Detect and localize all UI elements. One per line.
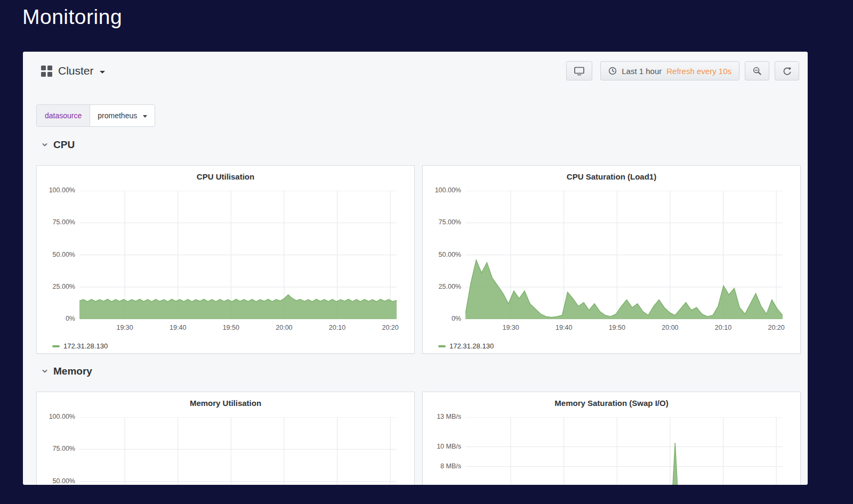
section-title: Memory [53, 365, 92, 377]
chart-legend: 172.31.28.130 [438, 342, 494, 350]
x-axis-tick-label: 20:20 [377, 324, 404, 331]
x-axis-tick-label: 20:20 [763, 324, 790, 331]
time-range-button[interactable]: Last 1 hour Refresh every 10s [600, 61, 739, 80]
y-axis-tick-label: 50.00% [427, 251, 461, 258]
dashboard-grid-icon [41, 66, 52, 77]
x-axis-tick-label: 20:00 [657, 324, 683, 331]
zoom-out-icon [753, 67, 761, 75]
panel-title[interactable]: CPU Saturation (Load1) [423, 172, 800, 181]
chart-legend: 172.31.28.130 [52, 342, 108, 350]
chart-plot-area[interactable] [79, 191, 397, 319]
dashboard-toolbar: Cluster Last 1 hour Refresh every [23, 61, 808, 80]
x-axis-tick-label: 19:50 [603, 324, 630, 331]
y-axis-tick-label: 75.00% [41, 218, 75, 226]
x-axis-tick-label: 20:10 [324, 324, 350, 331]
dashboard-title: Cluster [58, 64, 94, 77]
chevron-down-icon [41, 141, 49, 149]
y-axis-tick-label: 13 MB/s [427, 413, 461, 420]
y-axis-tick-label: 50.00% [41, 477, 75, 485]
area-chart [79, 417, 397, 485]
area-chart [465, 417, 783, 485]
y-axis-tick-label: 100.00% [41, 186, 75, 194]
y-axis-tick-label: 25.00% [41, 283, 75, 290]
panel-title[interactable]: CPU Utilisation [37, 172, 414, 181]
series-name: 172.31.28.130 [63, 342, 108, 350]
time-range-label: Last 1 hour [622, 67, 662, 76]
section-row-memory[interactable]: Memory [41, 365, 92, 377]
chevron-down-icon [41, 368, 49, 375]
y-axis-tick-label: 100.00% [41, 413, 75, 420]
legend-item[interactable]: 172.31.28.130 [52, 342, 108, 350]
chevron-down-icon [143, 115, 147, 118]
y-axis-tick-label: 100.00% [427, 186, 461, 194]
refresh-interval-label: Refresh every 10s [666, 67, 731, 76]
area-chart [79, 191, 397, 319]
toolbar-actions: Last 1 hour Refresh every 10s [566, 61, 799, 80]
panel-memory-utilisation: Memory Utilisation 100.00%75.00%50.00% [36, 392, 415, 485]
monitor-icon [574, 67, 584, 76]
page-title: Monitoring [22, 5, 122, 29]
section-row-cpu[interactable]: CPU [41, 139, 75, 151]
x-axis-tick-label: 19:50 [218, 324, 244, 331]
template-variables: datasource prometheus [36, 104, 155, 127]
zoom-out-button[interactable] [745, 61, 769, 80]
y-axis-tick-label: 8 MB/s [427, 462, 461, 470]
x-axis-tick-label: 19:30 [497, 324, 524, 331]
section-title: CPU [53, 139, 75, 151]
series-color-dash-icon [52, 345, 60, 347]
dashboard-card: Cluster Last 1 hour Refresh every [23, 52, 808, 485]
refresh-dashboard-button[interactable] [775, 61, 799, 80]
y-axis-tick-label: 10 MB/s [427, 443, 461, 450]
x-axis-tick-label: 19:40 [165, 324, 191, 331]
panel-title[interactable]: Memory Utilisation [37, 399, 414, 408]
series-color-dash-icon [438, 345, 446, 347]
x-axis-tick-label: 19:30 [111, 324, 138, 331]
series-name: 172.31.28.130 [449, 342, 494, 350]
chart-plot-area[interactable] [79, 417, 397, 485]
tv-mode-button[interactable] [566, 61, 592, 80]
x-axis-tick-label: 20:10 [710, 324, 736, 331]
y-axis-tick-label: 0% [41, 315, 75, 322]
chart-plot-area[interactable] [465, 417, 783, 485]
y-axis-tick-label: 50.00% [41, 251, 75, 258]
y-axis-tick-label: 75.00% [41, 445, 75, 452]
y-axis-tick-label: 75.00% [427, 218, 461, 226]
datasource-value: prometheus [98, 111, 137, 120]
x-axis-tick-label: 19:40 [551, 324, 577, 331]
panel-cpu-saturation: CPU Saturation (Load1) 100.00%75.00%50.0… [422, 165, 801, 354]
datasource-dropdown[interactable]: prometheus [90, 105, 155, 126]
y-axis-tick-label: 0% [427, 315, 461, 322]
panel-cpu-utilisation: CPU Utilisation 100.00%75.00%50.00%25.00… [36, 165, 415, 354]
chevron-down-icon [100, 71, 105, 74]
panel-title[interactable]: Memory Saturation (Swap I/O) [423, 399, 800, 408]
dashboard-selector[interactable]: Cluster [41, 64, 105, 77]
variable-label: datasource [37, 105, 90, 126]
x-axis-tick-label: 20:00 [271, 324, 297, 331]
panel-memory-saturation: Memory Saturation (Swap I/O) 13 MB/s10 M… [422, 392, 801, 485]
datasource-variable-control: datasource prometheus [36, 104, 155, 127]
chart-plot-area[interactable] [465, 191, 783, 319]
legend-item[interactable]: 172.31.28.130 [438, 342, 494, 350]
area-chart [465, 191, 783, 319]
refresh-icon [783, 67, 791, 75]
clock-icon [608, 67, 617, 75]
y-axis-tick-label: 25.00% [427, 283, 461, 290]
